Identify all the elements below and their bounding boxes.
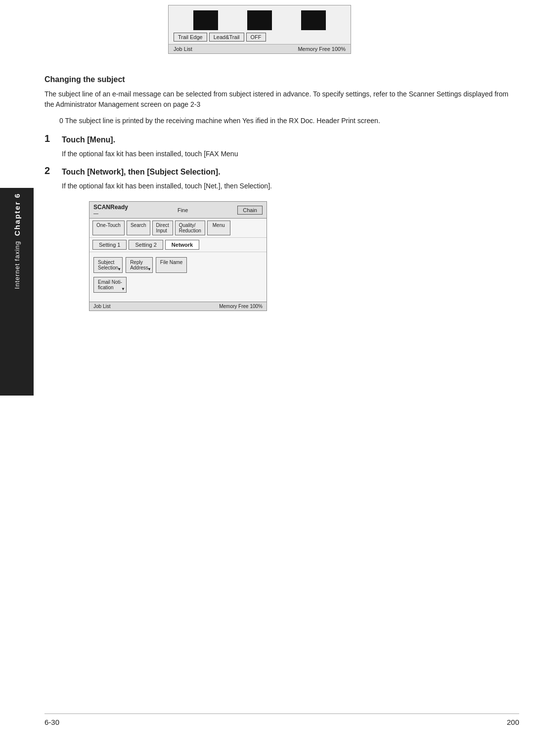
step1-text: Touch [Menu].	[62, 133, 115, 146]
email-noti-label: Email Noti-	[98, 279, 122, 285]
black-box-1	[193, 10, 218, 30]
scan-fine-label: Fine	[178, 207, 188, 213]
chapter-label: Chapter 6	[13, 193, 21, 236]
footer-page-num: 6-30	[44, 718, 59, 726]
scanner-footer-right: Memory Free 100%	[219, 304, 263, 309]
step2-sub: If the optional fax kit has been install…	[62, 181, 519, 191]
reply-label: Reply	[130, 260, 148, 265]
scanner-footer: Job List Memory Free 100%	[89, 302, 267, 311]
black-box-3	[301, 10, 326, 30]
lead-trail-btn[interactable]: Lead&Trail	[209, 33, 244, 42]
footer-page-right: 200	[507, 718, 519, 726]
page-footer: 6-30 200	[44, 713, 519, 726]
quality-label: Quality/	[179, 222, 201, 228]
direct-input-btn[interactable]: Direct Input	[152, 221, 173, 235]
top-scanner-icons	[169, 5, 351, 33]
top-scanner-status: Job List Memory Free 100%	[169, 44, 351, 53]
top-status-right: Memory Free 100%	[298, 46, 346, 52]
note0-item: 0 The subject line is printed by the rec…	[44, 116, 519, 126]
step1-row: 1 Touch [Menu].	[44, 133, 519, 146]
scan-underline: —	[93, 211, 128, 216]
step1-num: 1	[44, 133, 62, 146]
section-title: Changing the subject	[44, 75, 519, 84]
scanner-header: SCANReady — Fine Chain	[89, 202, 267, 219]
quality-reduction-btn[interactable]: Quality/ Reduction	[175, 221, 205, 235]
file-name-btn[interactable]: File Name	[156, 257, 187, 273]
trail-edge-btn[interactable]: Trail Edge	[174, 33, 207, 42]
tab-network[interactable]: Network	[165, 240, 199, 250]
top-status-left: Job List	[174, 46, 192, 52]
step2-row: 2 Touch [Network], then [Subject Selecti…	[44, 165, 519, 178]
input-label: Input	[156, 228, 169, 233]
scanner-body-row1: Subject Selection ▼ Reply Address ▼ File…	[93, 257, 263, 273]
top-scanner-ui: Trail Edge Lead&Trail OFF Job List Memor…	[168, 5, 351, 54]
arrow-icon-2: ▼	[147, 267, 151, 271]
scanner-body-row2: Email Noti- fication ▼	[93, 277, 263, 293]
chain-btn[interactable]: Chain	[237, 206, 263, 215]
selection-label: Selection	[98, 265, 118, 270]
scanner-header-left: SCANReady —	[93, 204, 128, 216]
subject-selection-btn[interactable]: Subject Selection ▼	[93, 257, 123, 273]
scan-ready-label: SCANReady	[93, 204, 128, 211]
tab-setting2[interactable]: Setting 2	[129, 240, 163, 250]
search-btn[interactable]: Search	[127, 221, 150, 235]
reduction-label: Reduction	[179, 228, 201, 233]
step2-num: 2	[44, 165, 62, 178]
sidebar: Chapter 6 Internet faxing	[0, 188, 34, 396]
menu-btn[interactable]: Menu	[207, 221, 230, 235]
one-touch-btn[interactable]: One-Touch	[92, 221, 125, 235]
step1-sub: If the optional fax kit has been install…	[62, 149, 519, 159]
address-label: Address	[130, 265, 148, 270]
reply-address-btn[interactable]: Reply Address ▼	[126, 257, 153, 273]
main-content: Changing the subject The subject line of…	[44, 68, 519, 311]
email-notification-btn[interactable]: Email Noti- fication ▼	[93, 277, 127, 293]
step2-text: Touch [Network], then [Subject Selection…	[62, 165, 221, 178]
note0-num	[44, 116, 59, 126]
scanner-body: Subject Selection ▼ Reply Address ▼ File…	[89, 252, 267, 302]
main-scanner-ui: SCANReady — Fine Chain One-Touch Search …	[89, 201, 267, 311]
subject-label: Subject	[98, 260, 118, 265]
top-scanner-buttons: Trail Edge Lead&Trail OFF	[169, 33, 351, 44]
scanner-tabs: Setting 1 Setting 2 Network	[89, 238, 267, 252]
tab-setting1[interactable]: Setting 1	[92, 240, 127, 250]
arrow-icon-1: ▼	[117, 267, 121, 271]
black-box-2	[247, 10, 272, 30]
scanner-row1: One-Touch Search Direct Input Quality/ R…	[89, 219, 267, 238]
fication-label: fication	[98, 285, 122, 290]
direct-label: Direct	[156, 222, 169, 228]
off-btn[interactable]: OFF	[246, 33, 266, 42]
arrow-icon-4: ▼	[121, 287, 125, 291]
section-label: Internet faxing	[13, 241, 21, 289]
scanner-footer-left: Job List	[93, 304, 110, 309]
note0-text: 0 The subject line is printed by the rec…	[59, 116, 380, 126]
para1: The subject line of an e-mail message ca…	[44, 89, 519, 110]
